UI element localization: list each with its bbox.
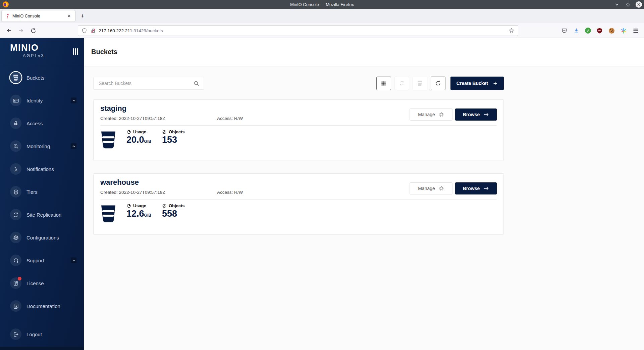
- cookie-extension-icon[interactable]: [608, 27, 615, 34]
- usage-unit: GiB: [144, 139, 151, 144]
- tab-close-icon[interactable]: ✕: [66, 13, 72, 19]
- browse-label: Browse: [463, 112, 480, 117]
- sidebar-item-site-replication[interactable]: Site Replication: [0, 203, 84, 226]
- page-header: Buckets: [84, 38, 644, 66]
- sidebar-item-label: Buckets: [26, 75, 44, 81]
- arrow-right-icon: [483, 112, 489, 117]
- window-close-button[interactable]: [636, 1, 642, 8]
- sidebar-item-label: Logout: [26, 332, 42, 337]
- forward-button[interactable]: [16, 26, 26, 36]
- bucket-icon: [100, 204, 116, 223]
- sidebar-item-license[interactable]: License: [0, 272, 84, 295]
- sidebar-item-label: Support: [26, 258, 44, 263]
- page-title: Buckets: [91, 48, 117, 56]
- gear-icon: [10, 232, 21, 243]
- browser-tabbar: MinIO Console ✕ +: [0, 9, 644, 23]
- minio-license-tag: AGPLv3: [23, 53, 45, 58]
- browse-button[interactable]: Browse: [455, 108, 497, 121]
- browse-button[interactable]: Browse: [455, 182, 497, 194]
- chevron-up-icon[interactable]: [71, 98, 76, 103]
- window-maximize-button[interactable]: [625, 1, 631, 8]
- sidebar-item-label: Monitoring: [26, 143, 50, 149]
- sidebar: MINIO AGPLv3 Buckets Identity: [0, 38, 84, 350]
- usage-value: 20.0: [126, 135, 144, 145]
- delete-buckets-button: [413, 77, 427, 90]
- browser-tab-minio-console[interactable]: MinIO Console ✕: [2, 10, 75, 21]
- downloads-icon[interactable]: [573, 27, 580, 34]
- menu-hamburger-icon[interactable]: [632, 27, 639, 34]
- pocket-extension-icon[interactable]: [561, 27, 568, 34]
- sidebar-item-label: Identity: [26, 98, 43, 103]
- bookmark-star-icon[interactable]: [508, 28, 515, 34]
- usage-value: 12.6: [126, 209, 144, 219]
- bucket-icon: [10, 72, 21, 83]
- arrow-right-icon: [483, 186, 489, 191]
- new-tab-button[interactable]: +: [78, 11, 87, 21]
- layers-icon: [10, 186, 21, 198]
- sidebar-item-configurations[interactable]: Configurations: [0, 226, 84, 249]
- sidebar-item-logout[interactable]: Logout: [0, 323, 84, 346]
- tracking-shield-icon[interactable]: [82, 28, 87, 34]
- objects-value: 153: [162, 135, 185, 145]
- bucket-created: Created: 2022-10-27T09:57:19Z: [100, 190, 216, 195]
- monitor-search-icon: [10, 140, 21, 152]
- reload-button[interactable]: [28, 26, 38, 36]
- sidebar-item-label: Site Replication: [26, 212, 61, 218]
- manage-button[interactable]: Manage: [410, 108, 452, 121]
- bucket-card-staging[interactable]: staging Created: 2022-10-27T09:57:18Z Ac…: [93, 99, 504, 161]
- sidebar-item-documentation[interactable]: Documentation: [0, 295, 84, 317]
- url-path: :31429/buckets: [132, 28, 163, 33]
- objects-label: Objects: [169, 203, 185, 208]
- manage-button[interactable]: Manage: [410, 182, 452, 194]
- sidebar-item-support[interactable]: Support: [0, 249, 84, 272]
- window-title: MinIO Console — Mozilla Firefox: [0, 2, 644, 7]
- bucket-icon: [100, 130, 116, 149]
- green-shield-extension-icon[interactable]: ✓: [585, 28, 591, 34]
- ublock-origin-icon[interactable]: uO: [596, 27, 603, 34]
- tab-title: MinIO Console: [12, 14, 66, 18]
- url-bar[interactable]: 217.160.222.211:31429/buckets: [78, 25, 518, 36]
- sidebar-item-label: License: [26, 280, 44, 286]
- usage-label: Usage: [133, 129, 146, 134]
- sidebar-item-label: Tiers: [26, 189, 38, 195]
- back-button[interactable]: [4, 26, 14, 36]
- colorful-pinwheel-extension-icon[interactable]: [620, 27, 627, 34]
- manage-label: Manage: [418, 186, 435, 191]
- create-bucket-button[interactable]: Create Bucket: [450, 77, 504, 90]
- insecure-lock-icon[interactable]: [90, 28, 96, 34]
- set-replication-button: [394, 77, 409, 90]
- sidebar-item-label: Notifications: [26, 166, 54, 172]
- objects-icon: [162, 130, 167, 134]
- sidebar-item-identity[interactable]: Identity: [0, 89, 84, 112]
- bucket-access: Access: R/W: [217, 190, 243, 195]
- url-host: 217.160.222.211: [99, 28, 132, 33]
- gear-icon: [439, 112, 444, 117]
- firefox-logo-icon: [3, 1, 9, 7]
- lock-icon: [10, 118, 21, 129]
- sidebar-item-label: Documentation: [26, 303, 60, 309]
- usage-unit: GiB: [144, 213, 151, 218]
- chevron-up-icon[interactable]: [71, 143, 76, 149]
- sidebar-item-buckets[interactable]: Buckets: [0, 66, 84, 89]
- plus-icon: [493, 81, 498, 86]
- refresh-button[interactable]: [431, 77, 445, 90]
- sidebar-item-access[interactable]: Access: [0, 112, 84, 135]
- chevron-up-icon[interactable]: [71, 258, 76, 263]
- buckets-content: Create Bucket staging Created: 2022-10-2…: [84, 66, 644, 350]
- sidebar-item-tiers[interactable]: Tiers: [0, 180, 84, 203]
- sidebar-collapse-icon[interactable]: [73, 48, 78, 55]
- grid-view-button[interactable]: [376, 77, 391, 90]
- usage-pie-icon: [126, 204, 131, 208]
- window-minimize-button[interactable]: [613, 1, 620, 8]
- sidebar-item-notifications[interactable]: Notifications: [0, 158, 84, 180]
- search-icon: [193, 80, 200, 87]
- sidebar-item-label: Configurations: [26, 235, 59, 240]
- browser-navbar: 217.160.222.211:31429/buckets ✓ uO: [0, 23, 644, 38]
- bucket-card-warehouse[interactable]: warehouse Created: 2022-10-27T09:57:19Z …: [93, 173, 504, 235]
- gear-icon: [439, 186, 444, 191]
- sidebar-item-label: Access: [26, 121, 43, 126]
- sidebar-item-monitoring[interactable]: Monitoring: [0, 135, 84, 158]
- search-buckets-input[interactable]: [94, 81, 193, 86]
- search-buckets-box: [93, 77, 204, 90]
- support-icon: [10, 255, 21, 266]
